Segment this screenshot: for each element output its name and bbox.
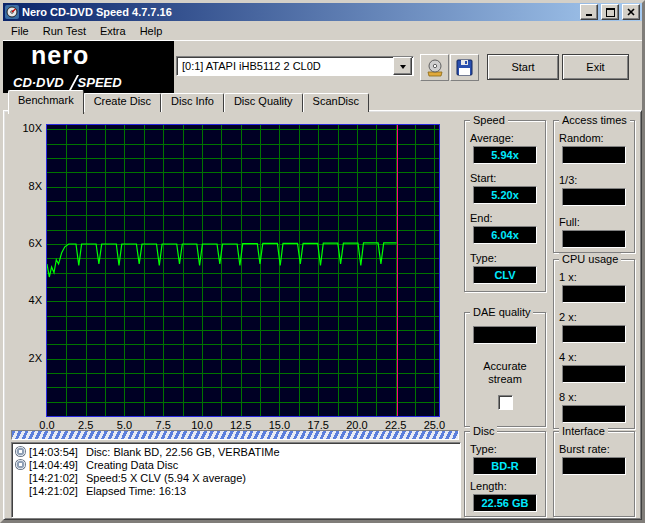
log-message: Elapsed Time: 16:13 <box>86 485 186 497</box>
floppy-icon <box>456 59 473 76</box>
benchmark-tab-page: 10X8X6X4X2X 0.02.55.07.510.012.515.017.5… <box>3 110 642 520</box>
value-display <box>562 230 626 248</box>
value-display <box>562 188 626 206</box>
log-line[interactable]: [14:03:54]Disc: Blank BD, 22.56 GB, VERB… <box>14 445 460 458</box>
maximize-button[interactable] <box>601 4 619 20</box>
panel-dae-quality-title: DAE quality <box>470 306 533 318</box>
accurate-stream-checkbox[interactable] <box>498 395 513 410</box>
field-average: Average:5.94x <box>465 132 545 164</box>
field-label: Burst rate: <box>559 443 634 455</box>
value-display: CLV <box>473 266 537 284</box>
log-message: Speed:5 X CLV (5.94 X average) <box>86 472 246 484</box>
close-icon <box>627 8 635 16</box>
app-window: Nero CD-DVD Speed 4.7.7.16 FileRun TestE… <box>0 0 645 523</box>
field-label: Length: <box>470 480 545 492</box>
y-tick-label: 6X <box>12 237 42 249</box>
field-label: Type: <box>470 252 545 264</box>
accurate-stream-label: Accurate stream <box>465 360 545 386</box>
field-label: Average: <box>470 132 545 144</box>
field-label: Random: <box>559 132 634 144</box>
value-display: 6.04x <box>473 226 537 244</box>
field-burst-rate: Burst rate: <box>554 443 634 475</box>
y-axis: 10X8X6X4X2X <box>12 124 42 415</box>
log-message: Creating Data Disc <box>86 459 178 471</box>
logo-speed-text: SPEED <box>78 75 122 90</box>
maximize-icon <box>606 8 615 17</box>
log-line[interactable]: [14:04:49]Creating Data Disc <box>14 458 460 471</box>
value-display <box>562 365 626 383</box>
minimize-icon <box>586 14 592 16</box>
app-icon <box>5 5 19 19</box>
eject-disc-button[interactable] <box>420 54 449 81</box>
panel-disc-title: Disc <box>470 425 497 437</box>
panel-dae-quality: DAE quality Accurate stream <box>464 312 546 427</box>
value-display: 5.20x <box>473 186 537 204</box>
value-display <box>562 457 626 475</box>
log-list[interactable]: [14:03:54]Disc: Blank BD, 22.56 GB, VERB… <box>11 442 461 518</box>
field-label: 1/3: <box>559 174 634 186</box>
panel-interface-title: Interface <box>559 425 608 437</box>
combo-dropdown-button[interactable] <box>393 57 412 75</box>
value-display <box>562 146 626 164</box>
start-button[interactable]: Start <box>487 54 559 80</box>
tab-scandisc[interactable]: ScanDisc <box>303 93 369 112</box>
log-line[interactable]: [14:21:02]Speed:5 X CLV (5.94 X average) <box>14 471 460 484</box>
tab-benchmark[interactable]: Benchmark <box>8 90 84 114</box>
drive-select-value: [0:1] ATAPI iHB5112 2 CL0D <box>177 60 393 72</box>
menu-item-file[interactable]: File <box>4 23 36 39</box>
speed-chart <box>47 125 439 416</box>
field-label: 1 x: <box>559 271 634 283</box>
close-button[interactable] <box>622 4 640 20</box>
menu-item-help[interactable]: Help <box>133 23 170 39</box>
panel-interface: Interface Burst rate: <box>553 431 635 517</box>
field-label: End: <box>470 212 545 224</box>
disc-icon <box>15 446 26 457</box>
nero-brand-text: nero <box>31 41 89 70</box>
field-8-x: 8 x: <box>554 391 634 423</box>
value-display <box>562 285 626 303</box>
y-tick-label: 4X <box>12 294 42 306</box>
exit-button[interactable]: Exit <box>562 54 629 80</box>
field-4-x: 4 x: <box>554 351 634 383</box>
log-line[interactable]: [14:21:02]Elapsed Time: 16:13 <box>14 484 460 497</box>
tab-bar: BenchmarkCreate DiscDisc InfoDisc Qualit… <box>8 90 369 111</box>
drive-select-combobox[interactable]: [0:1] ATAPI iHB5112 2 CL0D <box>176 56 414 76</box>
field-type: Type:BD-R <box>465 443 545 475</box>
minimize-button[interactable] <box>580 4 598 20</box>
save-results-button[interactable] <box>450 54 479 81</box>
tab-disc-quality[interactable]: Disc Quality <box>224 93 303 112</box>
hand-disc-icon <box>425 58 445 78</box>
value-display: 22.56 GB <box>473 494 537 512</box>
tab-create-disc[interactable]: Create Disc <box>84 93 161 112</box>
field-label: 4 x: <box>559 351 634 363</box>
log-message: Disc: Blank BD, 22.56 GB, VERBATIMe <box>86 446 280 458</box>
disc-icon <box>15 459 26 470</box>
field-label: 8 x: <box>559 391 634 403</box>
field-2-x: 2 x: <box>554 311 634 343</box>
field-end: End:6.04x <box>465 212 545 244</box>
log-timestamp: [14:04:49] <box>29 459 78 471</box>
y-tick-label: 8X <box>12 180 42 192</box>
y-tick-label: 10X <box>12 122 42 134</box>
panel-speed: Speed Average:5.94xStart:5.20xEnd:6.04xT… <box>464 120 546 292</box>
chart-plot <box>46 124 440 417</box>
menu-bar: FileRun TestExtraHelp <box>3 21 642 40</box>
panel-cpu-usage: CPU usage 1 x:2 x:4 x:8 x: <box>553 259 635 429</box>
title-bar[interactable]: Nero CD-DVD Speed 4.7.7.16 <box>3 3 642 21</box>
menu-item-extra[interactable]: Extra <box>93 23 133 39</box>
field-label: Type: <box>470 443 545 455</box>
field-full: Full: <box>554 216 634 248</box>
field-type: Type:CLV <box>465 252 545 284</box>
value-display <box>562 405 626 423</box>
menu-item-run-test[interactable]: Run Test <box>36 23 93 39</box>
nero-logo: nero CD·DVD SPEED <box>3 41 174 93</box>
log-timestamp: [14:21:02] <box>29 485 78 497</box>
field-label: Full: <box>559 216 634 228</box>
panel-disc: Disc Type:BD-RLength:22.56 GB <box>464 431 546 517</box>
tab-disc-info[interactable]: Disc Info <box>161 93 224 112</box>
progress-stripe-bar <box>11 430 459 440</box>
toolbar: nero CD·DVD SPEED [0:1] ATAPI iHB5112 2 … <box>3 40 642 93</box>
y-tick-label: 2X <box>12 352 42 364</box>
field-length: Length:22.56 GB <box>465 480 545 512</box>
panel-speed-title: Speed <box>470 114 508 126</box>
